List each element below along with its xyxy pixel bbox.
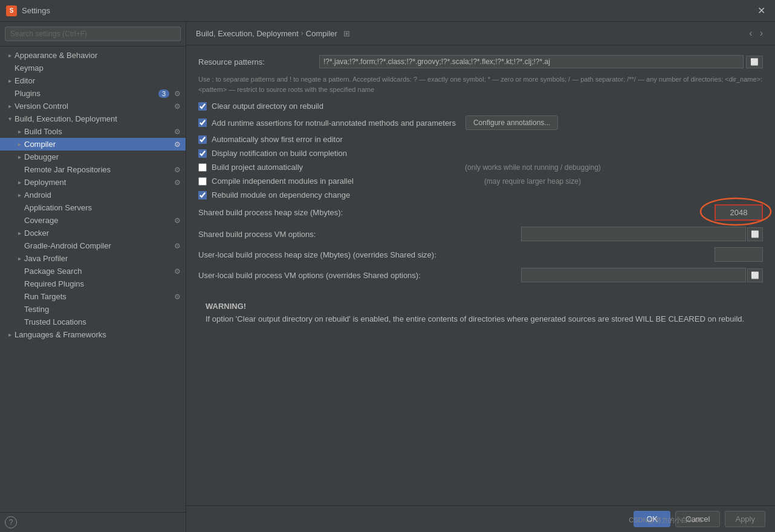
breadcrumb-settings-icon: ⊞ [343, 29, 350, 38]
sidebar-item-version-control[interactable]: Version Control ⚙ [0, 100, 186, 112]
user-vm-label: User-local build process VM options (ove… [198, 271, 514, 280]
breadcrumb-parent[interactable]: Build, Execution, Deployment [196, 29, 299, 38]
breadcrumb-separator: › [301, 29, 303, 37]
sidebar-item-label: Coverage [24, 216, 172, 225]
compile-parallel-label[interactable]: Compile independent modules in parallel [212, 177, 354, 186]
breadcrumb-current: Compiler [306, 29, 337, 38]
sidebar-item-run-targets[interactable]: Run Targets ⚙ [0, 290, 186, 303]
chevron-icon [15, 192, 24, 198]
gear-icon: ⚙ [174, 242, 181, 250]
auto-show-label[interactable]: Automatically show first error in editor [212, 135, 343, 144]
expand-resource-button[interactable]: ⬜ [746, 56, 763, 68]
checkbox-rebuild-module: Rebuild module on dependency change [198, 190, 763, 199]
chevron-icon [5, 331, 15, 338]
display-notif-label[interactable]: Display notification on build completion [212, 149, 347, 158]
compile-parallel-checkbox[interactable] [198, 177, 207, 186]
build-auto-label[interactable]: Build project automatically [212, 163, 303, 172]
sidebar-item-docker[interactable]: Docker [0, 227, 186, 239]
sidebar-item-required-plugins[interactable]: Required Plugins [0, 277, 186, 290]
sidebar-item-label: Testing [24, 305, 181, 314]
sidebar-item-plugins[interactable]: Plugins 3 ⚙ [0, 87, 186, 100]
sidebar-item-label: Plugins [15, 89, 158, 98]
add-runtime-checkbox[interactable] [198, 118, 207, 127]
display-notification-checkbox[interactable] [198, 149, 207, 158]
chevron-icon [15, 179, 24, 186]
search-input[interactable] [5, 27, 181, 41]
breadcrumb: Build, Execution, Deployment › Compiler … [196, 29, 747, 38]
sidebar-item-debugger[interactable]: Debugger [0, 151, 186, 163]
settings-tree: Appearance & Behavior Keymap Editor Plug… [0, 47, 186, 512]
settings-window: S Settings ✕ Appearance & Behavior Keyma… [0, 0, 775, 532]
configure-annotations-button[interactable]: Configure annotations... [465, 115, 558, 130]
build-auto-note: (only works while not running / debuggin… [465, 163, 601, 172]
checkbox-clear-output: Clear output directory on rebuild [198, 102, 763, 111]
sidebar-item-package-search[interactable]: Package Search ⚙ [0, 265, 186, 277]
gear-icon: ⚙ [174, 166, 181, 174]
rebuild-module-checkbox[interactable] [198, 191, 207, 199]
sidebar-item-gradle-android[interactable]: Gradle-Android Compiler ⚙ [0, 239, 186, 252]
sidebar-item-build-execution[interactable]: Build, Execution, Deployment [0, 112, 186, 125]
content-area: Appearance & Behavior Keymap Editor Plug… [0, 22, 775, 532]
sidebar-item-testing[interactable]: Testing [0, 303, 186, 316]
resource-patterns-input[interactable] [319, 55, 744, 68]
auto-show-error-checkbox[interactable] [198, 135, 207, 144]
sidebar-item-label: Build, Execution, Deployment [15, 114, 181, 123]
vm-options-label: Shared build process VM options: [198, 230, 514, 239]
warning-title: WARNING! [206, 302, 756, 311]
sidebar-item-app-servers[interactable]: Application Servers [0, 201, 186, 214]
heap-size-row: Shared build process heap size (Mbytes): [198, 204, 763, 221]
heap-size-label: Shared build process heap size (Mbytes): [198, 208, 707, 217]
user-vm-container: ⬜ [521, 268, 763, 282]
gear-icon: ⚙ [174, 102, 181, 111]
sidebar-item-label: Application Servers [24, 203, 181, 212]
checkbox-display-notif: Display notification on build completion [198, 149, 763, 158]
user-heap-label: User-local build process heap size (Mbyt… [198, 250, 707, 259]
sidebar-item-label: Editor [15, 76, 181, 85]
user-vm-expand-button[interactable]: ⬜ [747, 268, 763, 282]
vm-options-input[interactable] [521, 227, 746, 241]
help-button[interactable]: ? [5, 516, 17, 528]
sidebar-item-java-profiler[interactable]: Java Profiler [0, 252, 186, 265]
gear-icon: ⚙ [174, 89, 181, 98]
apply-button[interactable]: Apply [725, 511, 765, 527]
sidebar-item-languages[interactable]: Languages & Frameworks [0, 328, 186, 341]
close-button[interactable]: ✕ [754, 4, 769, 18]
sidebar-item-android[interactable]: Android [0, 189, 186, 201]
add-runtime-label[interactable]: Add runtime assertions for notnull-annot… [212, 118, 456, 128]
resource-patterns-label: Resource patterns: [198, 55, 319, 66]
resource-input-container: ⬜ [319, 55, 763, 68]
user-vm-input[interactable] [521, 268, 746, 282]
search-box [0, 22, 186, 47]
app-icon: S [6, 5, 17, 16]
sidebar-item-trusted-locations[interactable]: Trusted Locations [0, 316, 186, 328]
sidebar-item-compiler[interactable]: Compiler ⚙ [0, 138, 186, 151]
build-auto-checkbox[interactable] [198, 163, 207, 172]
checkbox-build-auto: Build project automatically (only works … [198, 163, 763, 172]
clear-output-checkbox[interactable] [198, 102, 207, 111]
sidebar-item-coverage[interactable]: Coverage ⚙ [0, 214, 186, 227]
user-vm-row: User-local build process VM options (ove… [198, 268, 763, 282]
sidebar-item-remote-jar[interactable]: Remote Jar Repositories ⚙ [0, 163, 186, 176]
warning-box: WARNING! If option 'Clear output directo… [198, 294, 763, 332]
sidebar-item-deployment[interactable]: Deployment ⚙ [0, 176, 186, 189]
sidebar-item-label: Gradle-Android Compiler [24, 241, 172, 250]
chevron-icon [15, 141, 24, 148]
forward-button[interactable]: › [757, 27, 765, 40]
clear-output-label[interactable]: Clear output directory on rebuild [212, 102, 323, 111]
checkbox-auto-show: Automatically show first error in editor [198, 135, 763, 144]
sidebar-item-appearance[interactable]: Appearance & Behavior [0, 49, 186, 62]
heap-size-input[interactable] [715, 204, 763, 221]
sidebar-item-editor[interactable]: Editor [0, 74, 186, 87]
sidebar-item-keymap[interactable]: Keymap [0, 62, 186, 74]
sidebar-item-label: Required Plugins [24, 279, 181, 288]
vm-options-expand-button[interactable]: ⬜ [747, 227, 763, 241]
sidebar-item-label: Keymap [15, 63, 181, 73]
checkbox-compile-parallel: Compile independent modules in parallel … [198, 177, 763, 186]
breadcrumb-bar: Build, Execution, Deployment › Compiler … [186, 22, 775, 45]
chevron-icon [15, 128, 24, 135]
sidebar-item-build-tools[interactable]: Build Tools ⚙ [0, 125, 186, 138]
user-heap-input[interactable] [715, 247, 763, 262]
chevron-icon [5, 103, 15, 109]
rebuild-module-label[interactable]: Rebuild module on dependency change [212, 190, 350, 199]
back-button[interactable]: ‹ [747, 27, 754, 40]
